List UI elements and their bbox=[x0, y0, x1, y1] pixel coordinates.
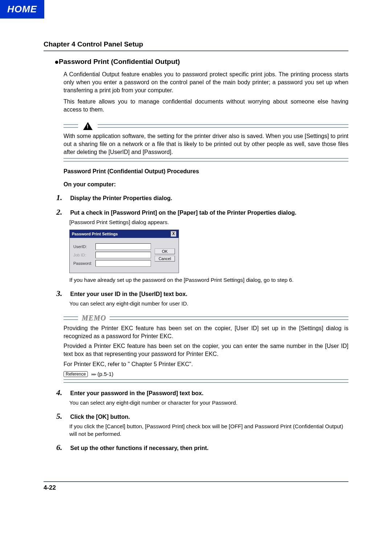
procedures-subtitle: On your computer: bbox=[64, 181, 348, 188]
close-icon[interactable]: X bbox=[171, 231, 176, 237]
password-print-settings-dialog: Password Print Settings X UserID: Job ID… bbox=[69, 230, 179, 273]
step-6: Set up the other functions if necessary,… bbox=[56, 443, 348, 452]
step-2-sub1: [Password Print Settings] dialog appears… bbox=[69, 218, 348, 226]
section-heading: ●Password Print (Confidential Output) bbox=[54, 58, 348, 66]
memo-p1: Providing the Printer EKC feature has be… bbox=[64, 324, 348, 340]
step-3-title: Enter your user ID in the [UserID] text … bbox=[70, 291, 187, 297]
password-row: Password: bbox=[73, 260, 151, 267]
step-5-title: Click the [OK] button. bbox=[70, 414, 130, 420]
ok-button[interactable]: OK bbox=[155, 248, 175, 254]
step-2-sub2: If you have already set up the password … bbox=[69, 276, 348, 284]
caution-text: With some application software, the sett… bbox=[64, 132, 348, 156]
steps-list-cont: Enter your password in the [Password] te… bbox=[56, 388, 348, 452]
reference-tag: Reference bbox=[64, 371, 88, 377]
password-input[interactable] bbox=[95, 260, 151, 267]
chapter-rule bbox=[44, 50, 348, 51]
caution-header bbox=[64, 122, 348, 130]
step-5-sub1: If you click the [Cancel] button, [Passw… bbox=[69, 422, 348, 438]
step-2-title: Put a check in [Password Print] on the [… bbox=[70, 210, 296, 216]
memo-label: MEMO bbox=[82, 314, 106, 322]
step-4-sub1: You can select any eight-digit number or… bbox=[69, 399, 348, 406]
dialog-body: UserID: Job ID: Password: OK bbox=[70, 238, 179, 273]
steps-list: Display the Printer Properties dialog. P… bbox=[56, 193, 348, 307]
cancel-button[interactable]: Cancel bbox=[155, 256, 175, 262]
jobid-row: Job ID: bbox=[73, 252, 151, 258]
step-4-title: Enter your password in the [Password] te… bbox=[70, 390, 203, 396]
reference-page[interactable]: (p.5-1) bbox=[97, 371, 113, 377]
userid-row: UserID: bbox=[73, 243, 151, 250]
memo-line-left bbox=[64, 316, 78, 320]
caution-footer-line bbox=[64, 158, 348, 162]
chevron-icon: ▸▸▸ bbox=[91, 372, 96, 377]
intro-p1: A Confidential Output feature enables yo… bbox=[64, 70, 348, 94]
memo-line-right bbox=[110, 316, 348, 320]
caution-line-right bbox=[98, 124, 348, 128]
intro-p2: This feature allows you to manage confid… bbox=[64, 98, 348, 113]
jobid-label: Job ID: bbox=[73, 253, 93, 257]
chapter-title: Chapter 4 Control Panel Setup bbox=[44, 40, 348, 48]
step-5: Click the [OK] button. If you click the … bbox=[56, 412, 348, 438]
memo-p2: Provided a Printer EKC feature has been … bbox=[64, 342, 348, 358]
step-1-title: Display the Printer Properties dialog. bbox=[70, 195, 172, 201]
dialog-fields: UserID: Job ID: Password: bbox=[73, 242, 151, 268]
section-title: Password Print (Confidential Output) bbox=[59, 58, 180, 65]
step-4: Enter your password in the [Password] te… bbox=[56, 388, 348, 406]
dialog-buttons: OK Cancel bbox=[155, 242, 175, 268]
warning-icon bbox=[83, 122, 93, 130]
page-footer: 4-22 bbox=[44, 481, 348, 491]
step-2: Put a check in [Password Print] on the [… bbox=[56, 207, 348, 284]
memo-footer-line bbox=[64, 379, 348, 383]
reference-line: Reference ▸▸▸ (p.5-1) bbox=[64, 371, 348, 377]
bullet-icon: ● bbox=[54, 58, 59, 66]
procedures-title: Password Print (Confidential Output) Pro… bbox=[64, 168, 348, 175]
caution-line-left bbox=[64, 124, 78, 128]
memo-p3: For Printer EKC, refer to " Chapter 5 Pr… bbox=[64, 360, 348, 368]
page-content: Chapter 4 Control Panel Setup ●Password … bbox=[0, 19, 392, 506]
jobid-input[interactable] bbox=[95, 252, 151, 258]
home-tab[interactable]: HOME bbox=[0, 0, 44, 19]
step-3: Enter your user ID in the [UserID] text … bbox=[56, 289, 348, 307]
dialog-title-text: Password Print Settings bbox=[72, 232, 118, 236]
step-3-sub1: You can select any eight-digit number fo… bbox=[69, 300, 348, 307]
dialog-titlebar: Password Print Settings X bbox=[70, 230, 179, 238]
memo-header: MEMO bbox=[64, 314, 348, 322]
password-label: Password: bbox=[73, 261, 93, 266]
userid-input[interactable] bbox=[95, 243, 151, 250]
step-1: Display the Printer Properties dialog. bbox=[56, 193, 348, 202]
userid-label: UserID: bbox=[73, 244, 93, 249]
step-6-title: Set up the other functions if necessary,… bbox=[70, 445, 208, 451]
